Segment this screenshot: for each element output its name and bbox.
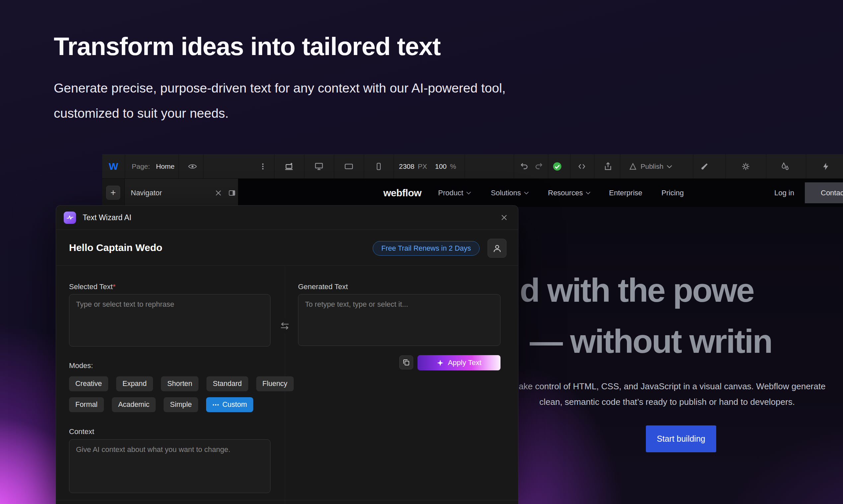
divider bbox=[725, 154, 726, 178]
divider bbox=[125, 154, 125, 178]
nav-item-enterprise[interactable]: Enterprise bbox=[609, 189, 642, 197]
nav-item-login[interactable]: Log in bbox=[774, 189, 794, 197]
page-subtitle-line2: customized to suit your needs. bbox=[54, 101, 505, 126]
swap-icon[interactable] bbox=[278, 318, 292, 334]
generated-text-label: Generated Text bbox=[298, 283, 348, 291]
divider bbox=[570, 154, 570, 178]
webflow-logo-icon[interactable]: W bbox=[109, 154, 118, 179]
publish-label: Publish bbox=[640, 162, 664, 170]
canvas-body-line2: clean, semantic code that’s ready to pub… bbox=[539, 397, 795, 407]
brush-icon[interactable] bbox=[701, 154, 710, 179]
modal-header: Text Wizard AI bbox=[56, 205, 518, 230]
preview-eye-icon[interactable] bbox=[188, 154, 197, 179]
nav-item-resources[interactable]: Resources bbox=[548, 189, 590, 197]
zoom-unit: % bbox=[450, 162, 457, 170]
tablet-breakpoint-icon[interactable] bbox=[344, 154, 354, 179]
webflow-site-navbar: webflow Product Solutions Resources Ente… bbox=[238, 179, 843, 207]
canvas-body-line1: ake control of HTML, CSS, and JavaScript… bbox=[519, 381, 825, 392]
mode-expand[interactable]: Expand bbox=[116, 376, 153, 391]
mode-shorten[interactable]: Shorten bbox=[161, 376, 199, 391]
navigator-panel-title: Navigator bbox=[131, 189, 162, 197]
mobile-breakpoint-icon[interactable] bbox=[374, 154, 383, 179]
plus-icon: + bbox=[110, 187, 116, 198]
page-subtitle-line1: Generate precise, purpose-driven text fo… bbox=[54, 76, 505, 101]
mode-creative[interactable]: Creative bbox=[69, 376, 108, 391]
mode-standard[interactable]: Standard bbox=[206, 376, 248, 391]
breakpoint-add-icon[interactable] bbox=[284, 154, 294, 179]
left-toolbar-chrome: + bbox=[102, 179, 125, 207]
canvas-width-value: 2308 bbox=[399, 162, 414, 170]
more-options-icon[interactable] bbox=[259, 154, 267, 179]
canvas-width-unit: PX bbox=[418, 162, 427, 170]
divider bbox=[364, 154, 364, 178]
divider bbox=[274, 154, 274, 178]
text-wizard-modal: Text Wizard AI Hello Captain Wedo Free T… bbox=[56, 205, 518, 504]
divider bbox=[394, 154, 394, 178]
modal-title: Text Wizard AI bbox=[83, 213, 132, 222]
ellipsis-icon bbox=[212, 404, 219, 406]
nav-contact-button[interactable]: Contact bbox=[805, 182, 843, 203]
navigator-panel: Navigator bbox=[125, 179, 238, 207]
designer-toolbar: W Page: Home 2308 PX 100 % bbox=[102, 154, 843, 179]
trial-status-badge: Free Trail Renews in 2 Days bbox=[373, 241, 480, 256]
modes-row-1: Creative Expand Shorten Standard Fluency bbox=[69, 376, 294, 391]
text-wizard-logo-icon bbox=[64, 212, 76, 224]
nav-item-solutions[interactable]: Solutions bbox=[491, 189, 529, 197]
undo-icon[interactable] bbox=[520, 154, 529, 179]
divider bbox=[594, 154, 595, 178]
add-element-button[interactable]: + bbox=[106, 186, 120, 200]
close-icon[interactable] bbox=[499, 212, 510, 223]
bolt-icon[interactable] bbox=[822, 154, 830, 179]
webflow-wordmark[interactable]: webflow bbox=[383, 187, 422, 199]
generated-text-input[interactable] bbox=[298, 294, 500, 346]
chevron-down-icon bbox=[586, 192, 590, 194]
droplets-icon[interactable] bbox=[780, 154, 790, 179]
saved-status-icon[interactable] bbox=[552, 154, 562, 179]
start-building-button[interactable]: Start building bbox=[646, 426, 716, 452]
publish-chevron-icon bbox=[667, 165, 672, 168]
modes-label: Modes: bbox=[69, 361, 93, 370]
apply-text-button[interactable]: Apply Text bbox=[417, 355, 500, 371]
selected-text-input[interactable] bbox=[69, 294, 271, 346]
collapse-icon[interactable] bbox=[214, 189, 222, 197]
divider bbox=[203, 154, 204, 178]
divider bbox=[620, 154, 620, 178]
copy-icon bbox=[402, 358, 410, 366]
page-value: Home bbox=[156, 162, 175, 170]
mode-simple[interactable]: Simple bbox=[164, 397, 198, 412]
context-input[interactable] bbox=[69, 439, 271, 493]
desktop-breakpoint-icon[interactable] bbox=[314, 154, 324, 179]
nav-item-pricing[interactable]: Pricing bbox=[661, 189, 684, 197]
nav-item-product[interactable]: Product bbox=[438, 189, 471, 197]
publish-logo-icon bbox=[629, 162, 637, 171]
mode-fluency[interactable]: Fluency bbox=[256, 376, 294, 391]
page-selector[interactable]: Page: Home bbox=[132, 154, 175, 179]
context-label: Context bbox=[69, 427, 94, 436]
redo-icon[interactable] bbox=[534, 154, 543, 179]
divider bbox=[806, 154, 806, 178]
gear-icon[interactable] bbox=[741, 154, 751, 179]
mode-custom[interactable]: Custom bbox=[206, 397, 253, 412]
designer-panel-row: + Navigator webflow Product Solutions Re… bbox=[102, 179, 843, 207]
publish-control[interactable]: Publish bbox=[629, 154, 672, 179]
share-icon[interactable] bbox=[603, 154, 613, 179]
zoom-value: 100 bbox=[435, 162, 447, 170]
account-button[interactable] bbox=[487, 239, 506, 258]
chevron-down-icon bbox=[466, 192, 471, 194]
chevron-down-icon bbox=[524, 192, 529, 194]
divider bbox=[514, 154, 514, 178]
page-title: Transform ideas into tailored text bbox=[54, 32, 441, 61]
sparkle-icon bbox=[436, 359, 444, 367]
dock-panel-icon[interactable] bbox=[228, 189, 236, 197]
copy-button[interactable] bbox=[399, 356, 413, 370]
mode-formal[interactable]: Formal bbox=[69, 397, 104, 412]
mode-academic[interactable]: Academic bbox=[112, 397, 156, 412]
required-marker: * bbox=[113, 283, 116, 291]
page-label: Page: bbox=[132, 162, 150, 170]
code-export-icon[interactable] bbox=[577, 154, 587, 179]
divider bbox=[465, 154, 465, 178]
selected-text-label: Selected Text* bbox=[69, 283, 116, 291]
user-icon bbox=[492, 244, 502, 253]
canvas-dimensions[interactable]: 2308 PX 100 % bbox=[399, 154, 456, 179]
divider bbox=[56, 500, 518, 500]
